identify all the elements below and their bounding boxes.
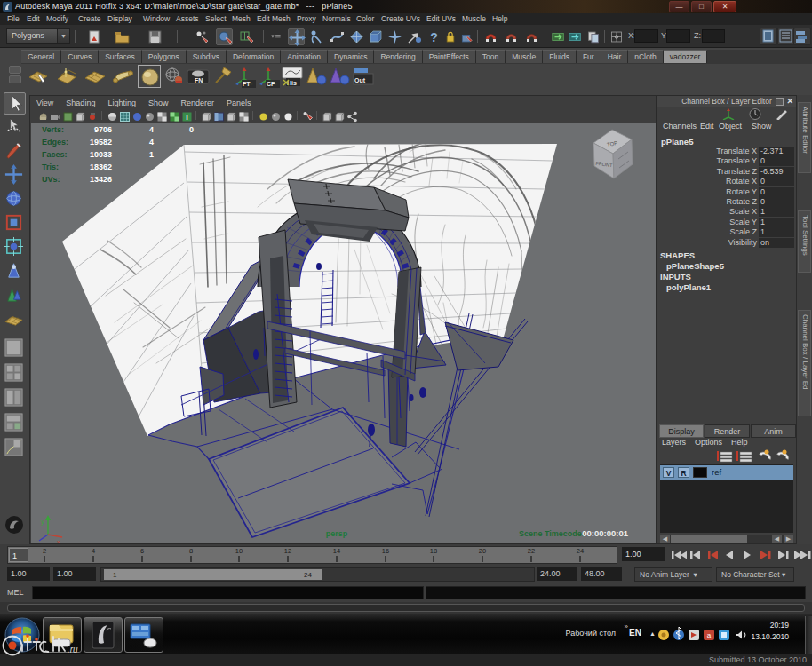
svg-text:10033: 10033 [90,150,112,159]
svg-text:6: 6 [140,547,144,555]
svg-text:2: 2 [43,547,46,555]
svg-text:16: 16 [382,547,389,555]
svg-text:14: 14 [333,547,340,555]
svg-text:Out: Out [354,77,366,83]
svg-text:0: 0 [189,125,194,134]
svg-text:Edges:: Edges: [42,138,68,147]
svg-text:24: 24 [577,547,584,555]
svg-text:22: 22 [528,547,535,555]
svg-text:a: a [707,631,712,639]
svg-text:13426: 13426 [90,175,112,184]
svg-text:x: x [57,539,60,543]
svg-text:Scene Timecode:: Scene Timecode: [519,529,585,538]
svg-text:persp: persp [326,529,348,538]
svg-text:9706: 9706 [94,125,112,134]
svg-text:T: T [185,113,190,122]
svg-text:FT: FT [243,81,251,87]
svg-text:12: 12 [284,547,291,555]
svg-text:00:00:00:01: 00:00:00:01 [582,528,628,538]
svg-text:10: 10 [235,547,243,555]
svg-text:19582: 19582 [90,138,112,147]
svg-text:1: 1 [149,150,154,159]
svg-text:FN: FN [195,77,203,83]
svg-text:8: 8 [189,547,193,555]
svg-text:Verts:: Verts: [42,125,64,134]
svg-text:.ru: .ru [68,645,78,654]
svg-text:UVs:: UVs: [42,175,60,184]
svg-text:4: 4 [149,138,154,147]
svg-text:y: y [41,519,44,526]
svg-text:4: 4 [92,547,95,555]
svg-text:4: 4 [149,125,154,134]
svg-text:CP: CP [267,81,275,87]
svg-text:18362: 18362 [90,163,112,171]
svg-text:20: 20 [479,547,486,555]
svg-text:Faces:: Faces: [42,150,68,159]
svg-text:Tris:: Tris: [42,163,59,171]
svg-text:18: 18 [430,547,437,555]
svg-text:?: ? [430,30,438,44]
